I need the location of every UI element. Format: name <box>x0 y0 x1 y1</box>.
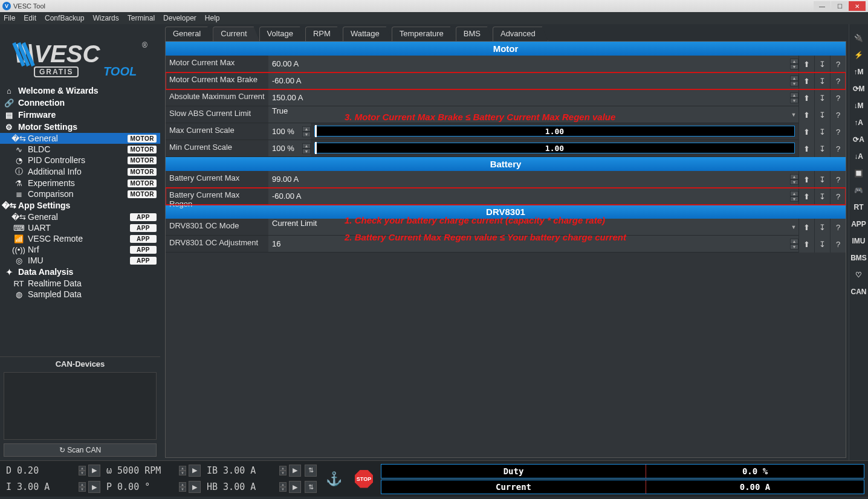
nav-item-general[interactable]: �⇆GeneralAPP <box>0 211 160 222</box>
tab-rpm[interactable]: RPM <box>305 27 343 41</box>
read-icon[interactable]: ↧ <box>814 56 830 72</box>
slider[interactable]: 1.00 <box>314 143 795 153</box>
read-icon[interactable]: ↧ <box>814 219 830 236</box>
toolbar-button-10[interactable]: RT <box>852 201 866 214</box>
spinner[interactable]: ▲▼ <box>302 143 311 154</box>
nav-item-comparison[interactable]: ≣ComparisonMOTOR <box>0 188 160 199</box>
play-icon[interactable]: ▶ <box>289 481 301 493</box>
spinner[interactable]: ▲▼ <box>790 174 798 185</box>
upload-icon[interactable]: ⬆ <box>798 123 814 140</box>
menu-terminal[interactable]: Terminal <box>128 14 155 22</box>
read-icon[interactable]: ↧ <box>814 123 830 140</box>
help-icon[interactable]: ? <box>830 123 846 140</box>
upload-icon[interactable]: ⬆ <box>798 89 814 106</box>
read-icon[interactable]: ↧ <box>814 236 830 253</box>
spinner[interactable]: ▲▼ <box>79 466 86 475</box>
nav-item-additional-info[interactable]: ⓘAdditional InfoMOTOR <box>0 166 160 178</box>
maximize-button[interactable]: ☐ <box>831 1 848 11</box>
read-icon[interactable]: ↧ <box>814 171 830 188</box>
read-icon[interactable]: ↧ <box>814 140 830 157</box>
toolbar-button-14[interactable]: ♡ <box>852 268 866 282</box>
menu-confbackup[interactable]: ConfBackup <box>45 14 84 22</box>
nav-item-realtime-data[interactable]: RTRealtime Data <box>0 278 160 289</box>
value-input[interactable] <box>268 140 302 156</box>
value-input[interactable] <box>268 123 302 140</box>
tab-advanced[interactable]: Advanced <box>493 27 548 41</box>
toolbar-button-4[interactable]: ↓M <box>852 99 866 112</box>
help-icon[interactable]: ? <box>830 89 846 106</box>
spinner[interactable]: ▲▼ <box>302 126 311 137</box>
play-icon[interactable]: ▶ <box>189 481 201 493</box>
toolbar-button-8[interactable]: 🔲 <box>852 167 866 180</box>
toolbar-button-3[interactable]: ⟳M <box>852 82 866 95</box>
upload-icon[interactable]: ⬆ <box>798 219 814 236</box>
status-link-icon[interactable]: ⇅ <box>305 465 317 477</box>
spinner[interactable]: ▲▼ <box>790 59 798 69</box>
upload-icon[interactable]: ⬆ <box>798 140 814 157</box>
spinner[interactable]: ▲▼ <box>179 482 186 492</box>
nav-item-sampled-data[interactable]: ◍Sampled Data <box>0 289 160 300</box>
menu-file[interactable]: File <box>4 14 15 22</box>
toolbar-button-6[interactable]: ⟳A <box>852 133 866 146</box>
toolbar-button-11[interactable]: APP <box>852 217 866 231</box>
help-icon[interactable]: ? <box>830 188 846 205</box>
nav-group-firmware[interactable]: ▤Firmware <box>0 109 160 121</box>
toolbar-button-9[interactable]: 🎮 <box>852 184 866 197</box>
close-button[interactable]: ✕ <box>849 1 866 11</box>
toolbar-button-7[interactable]: ↓A <box>852 150 866 163</box>
tab-voltage[interactable]: Voltage <box>259 27 306 41</box>
stop-button[interactable]: STOP <box>351 463 377 494</box>
upload-icon[interactable]: ⬆ <box>798 188 814 205</box>
upload-icon[interactable]: ⬆ <box>798 236 814 253</box>
nav-item-pid-controllers[interactable]: ◔PID ControllersMOTOR <box>0 155 160 166</box>
value-input[interactable] <box>268 171 790 187</box>
spinner[interactable]: ▲▼ <box>279 482 287 492</box>
read-icon[interactable]: ↧ <box>814 89 830 106</box>
toolbar-button-5[interactable]: ↑A <box>852 116 866 129</box>
help-icon[interactable]: ? <box>830 56 846 72</box>
tab-general[interactable]: General <box>165 27 213 41</box>
play-icon[interactable]: ▶ <box>88 481 100 493</box>
help-icon[interactable]: ? <box>830 106 846 123</box>
upload-icon[interactable]: ⬆ <box>798 72 814 89</box>
play-icon[interactable]: ▶ <box>88 465 100 477</box>
value-input[interactable] <box>268 72 790 89</box>
nav-item-bldc[interactable]: ∿BLDCMOTOR <box>0 144 160 155</box>
toolbar-button-1[interactable]: ⚡ <box>852 48 866 62</box>
menu-help[interactable]: Help <box>205 14 220 22</box>
help-icon[interactable]: ? <box>830 171 846 188</box>
value-input[interactable] <box>268 56 790 72</box>
tab-wattage[interactable]: Wattage <box>343 27 392 41</box>
spinner[interactable]: ▲▼ <box>79 482 86 492</box>
nav-item-uart[interactable]: ⌨UARTAPP <box>0 222 160 233</box>
nav-group-connection[interactable]: 🔗Connection <box>0 97 160 109</box>
nav-group-data-analysis[interactable]: ✦Data Analysis <box>0 266 160 278</box>
minimize-button[interactable]: — <box>814 1 831 11</box>
toolbar-button-2[interactable]: ↑M <box>852 65 866 79</box>
value-input[interactable] <box>268 188 790 204</box>
spinner[interactable]: ▲▼ <box>790 76 798 86</box>
nav-group-welcome-wizards[interactable]: ⌂Welcome & Wizards <box>0 85 160 97</box>
nav-item-imu[interactable]: ◎IMUAPP <box>0 255 160 266</box>
tab-bms[interactable]: BMS <box>456 27 493 41</box>
spinner[interactable]: ▲▼ <box>790 239 798 250</box>
upload-icon[interactable]: ⬆ <box>798 56 814 72</box>
dropdown[interactable]: True▼ <box>268 106 798 123</box>
nav-item-general[interactable]: �⇆GeneralMOTOR <box>0 133 160 144</box>
dropdown[interactable]: Current Limit▼ <box>268 219 798 235</box>
menu-wizards[interactable]: Wizards <box>92 14 118 22</box>
toolbar-button-0[interactable]: 🔌 <box>852 31 866 45</box>
scan-can-button[interactable]: ↻ Scan CAN <box>4 443 157 457</box>
menu-edit[interactable]: Edit <box>24 14 36 22</box>
toolbar-button-12[interactable]: IMU <box>852 234 866 248</box>
anchor-button[interactable]: ⚓ <box>320 463 347 494</box>
nav-group-app-settings[interactable]: �⇆App Settings <box>0 199 160 211</box>
value-input[interactable] <box>268 89 790 106</box>
toolbar-button-15[interactable]: CAN <box>852 285 866 298</box>
tab-current[interactable]: Current <box>213 27 259 41</box>
help-icon[interactable]: ? <box>830 236 846 253</box>
play-icon[interactable]: ▶ <box>289 465 301 477</box>
nav-item-vesc-remote[interactable]: 📶VESC RemoteAPP <box>0 233 160 244</box>
nav-group-motor-settings[interactable]: ⚙Motor Settings <box>0 121 160 133</box>
nav-item-experiments[interactable]: ⚗ExperimentsMOTOR <box>0 178 160 188</box>
